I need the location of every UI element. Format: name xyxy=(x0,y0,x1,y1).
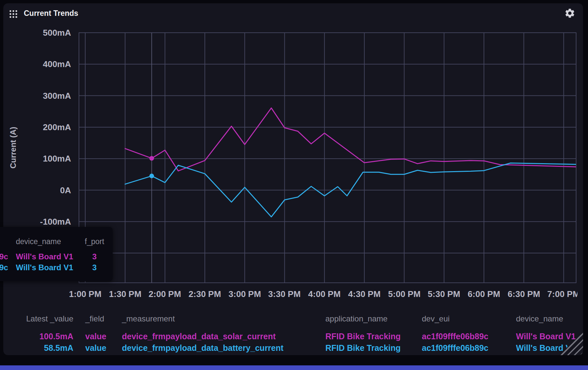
tooltip-row-solar-dev-eui-clipped: 9c xyxy=(0,251,14,262)
chart-svg xyxy=(3,3,583,355)
legend-header-measurement: _measurement xyxy=(122,314,320,324)
legend-row-solar-latest-value: 100.5mA xyxy=(18,331,73,341)
legend-header-application-name: application_name xyxy=(325,314,420,324)
legend-row-solar-application-name: RFID Bike Tracking xyxy=(325,331,420,341)
hover-point-battery xyxy=(149,174,154,178)
tooltip-row-battery-dev-eui-clipped: 9c xyxy=(0,262,14,273)
legend-header-dev-eui: dev_eui xyxy=(422,314,511,324)
y-tick-label: 100mA xyxy=(3,153,71,164)
legend-row-battery-application-name: RFID Bike Tracking xyxy=(325,343,420,353)
legend-row-solar-measurement: device_frmpayload_data_solar_current xyxy=(122,331,320,341)
tooltip-row-solar-device-name: Will's Board V1 xyxy=(16,251,82,262)
legend-row-solar-field: value xyxy=(85,331,118,341)
bottom-scrollbar[interactable] xyxy=(0,365,588,370)
y-tick-label: 400mA xyxy=(3,59,71,69)
tooltip-row-solar-f-port: 3 xyxy=(83,251,106,262)
tooltip-row-battery-device-name: Will's Board V1 xyxy=(16,262,82,273)
y-tick-label: 500mA xyxy=(3,27,71,38)
tooltip-header-f-port: f_port xyxy=(83,236,106,247)
x-tick-label: 7:00 PM xyxy=(539,287,577,301)
legend-header-device-name: device_name xyxy=(516,314,583,324)
x-axis-labels: 1:00 PM1:30 PM2:00 PM2:30 PM3:00 PM3:30 … xyxy=(3,287,577,301)
legend-row-battery-measurement: device_frmpayload_data_battery_current xyxy=(122,343,320,353)
series-line-solar xyxy=(125,108,576,171)
y-tick-label: -100mA xyxy=(3,216,71,227)
legend-row-solar-device-name: Will's Board V1 xyxy=(516,331,583,341)
y-tick-label: 200mA xyxy=(3,122,71,132)
hover-point-solar xyxy=(149,156,154,161)
dashboard-cell: Current Trends Current (A) 1:00 PM1:30 P… xyxy=(3,3,583,355)
legend-row-battery-dev-eui: ac1f09fffe06b89c xyxy=(422,343,511,353)
y-tick-label: 300mA xyxy=(3,91,71,101)
legend-row-battery-latest-value: 58.5mA xyxy=(18,343,73,353)
tooltip-header-device-name: device_name xyxy=(16,236,82,247)
legend-header-latest-value: Latest _value xyxy=(18,314,73,324)
y-tick-label: 0A xyxy=(3,185,71,196)
hover-tooltip: device_name f_port 9c Will's Board V1 3 … xyxy=(0,227,113,281)
tooltip-row-battery-f-port: 3 xyxy=(83,262,106,273)
legend-header-field: _field xyxy=(85,314,118,324)
legend-row-solar-dev-eui: ac1f09fffe06b89c xyxy=(422,331,511,341)
legend-row-battery-field: value xyxy=(85,343,118,353)
